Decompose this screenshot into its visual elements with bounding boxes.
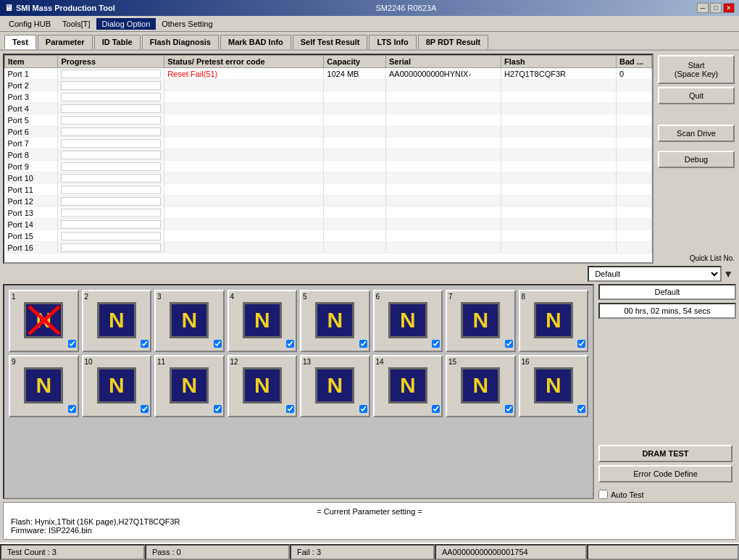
parameter-box: = Current Parameter setting = Flash: Hyn… bbox=[3, 502, 736, 540]
port-checkbox[interactable] bbox=[214, 340, 222, 349]
cell-item: Port 15 bbox=[5, 230, 58, 242]
cell-flash bbox=[501, 103, 617, 114]
port-card-4[interactable]: 4N bbox=[227, 290, 298, 352]
tab-mark-bad[interactable]: Mark BAD Info bbox=[220, 35, 291, 49]
port-checkbox[interactable] bbox=[432, 340, 440, 349]
menu-others[interactable]: Others Setting bbox=[156, 18, 218, 30]
port-card-12[interactable]: 12N bbox=[227, 355, 298, 417]
cell-flash bbox=[501, 172, 617, 184]
port-card-16[interactable]: 16N bbox=[519, 355, 589, 417]
cell-progress bbox=[58, 68, 164, 80]
port-card-14[interactable]: 14N bbox=[373, 355, 443, 417]
quit-button[interactable]: Quit bbox=[658, 87, 735, 104]
port-checkbox[interactable] bbox=[359, 405, 367, 414]
cell-bad bbox=[617, 138, 652, 149]
tab-id-table[interactable]: ID Table bbox=[94, 35, 141, 49]
cell-serial bbox=[385, 126, 501, 138]
tab-test[interactable]: Test bbox=[4, 35, 36, 49]
cell-serial bbox=[385, 219, 501, 230]
auto-test-label: Auto Test bbox=[611, 490, 644, 499]
debug-button[interactable]: Debug bbox=[658, 151, 735, 168]
cell-serial bbox=[385, 149, 501, 161]
cell-status bbox=[164, 219, 324, 230]
table-row: Port 15 bbox=[5, 230, 652, 242]
port-card-2[interactable]: 2N bbox=[82, 290, 152, 352]
auto-test-checkbox[interactable] bbox=[598, 490, 608, 499]
port-card-13[interactable]: 13N bbox=[300, 355, 370, 417]
cell-status bbox=[164, 138, 324, 149]
tab-flash-diagnosis[interactable]: Flash Diagnosis bbox=[142, 35, 219, 49]
menu-tools[interactable]: Tools[T] bbox=[57, 18, 96, 30]
profile-dropdown[interactable]: Default bbox=[588, 266, 722, 282]
port-checkbox[interactable] bbox=[577, 405, 585, 414]
port-checkbox[interactable] bbox=[505, 405, 513, 414]
port-card-5[interactable]: 5N bbox=[300, 290, 370, 352]
cell-status bbox=[164, 184, 324, 196]
cell-bad bbox=[617, 91, 652, 103]
port-checkbox[interactable] bbox=[286, 340, 294, 349]
cell-item: Port 1 bbox=[5, 68, 58, 80]
status-bar: Test Count : 3 Pass : 0 Fail : 3 AA00000… bbox=[0, 543, 739, 560]
cell-item: Port 2 bbox=[5, 80, 58, 91]
start-button[interactable]: Start(Space Key) bbox=[658, 55, 735, 84]
port-card-15[interactable]: 15N bbox=[446, 355, 516, 417]
cell-capacity bbox=[324, 114, 386, 126]
scan-drive-button[interactable]: Scan Drive bbox=[658, 125, 735, 142]
port-card-9[interactable]: 9N bbox=[9, 355, 79, 417]
port-icon: N bbox=[534, 302, 573, 338]
port-checkbox[interactable] bbox=[505, 340, 513, 349]
error-x-overlay bbox=[26, 304, 61, 336]
dram-test-button[interactable]: DRAM TEST bbox=[598, 445, 732, 462]
port-checkbox[interactable] bbox=[141, 405, 149, 414]
cell-bad bbox=[617, 126, 652, 138]
port-checkbox[interactable] bbox=[577, 340, 585, 349]
port-checkbox[interactable] bbox=[68, 340, 76, 349]
port-checkbox[interactable] bbox=[432, 405, 440, 414]
cell-status: Reset Fail(51) bbox=[164, 68, 324, 80]
tab-parameter[interactable]: Parameter bbox=[38, 35, 93, 49]
cell-status bbox=[164, 196, 324, 207]
port-card-10[interactable]: 10N bbox=[82, 355, 152, 417]
tab-lts-info[interactable]: LTS Info bbox=[369, 35, 416, 49]
cell-progress bbox=[58, 196, 164, 207]
port-card-11[interactable]: 11N bbox=[154, 355, 225, 417]
cell-progress bbox=[58, 172, 164, 184]
port-card-1[interactable]: 1N bbox=[9, 290, 79, 352]
port-checkbox[interactable] bbox=[286, 405, 294, 414]
port-card-8[interactable]: 8N bbox=[519, 290, 589, 352]
pass-count-display: Pass : 0 bbox=[145, 544, 290, 560]
port-checkbox[interactable] bbox=[214, 405, 222, 414]
cell-capacity bbox=[324, 91, 386, 103]
port-card-7[interactable]: 7N bbox=[446, 290, 516, 352]
port-card-3[interactable]: 3N bbox=[154, 290, 225, 352]
tab-self-test[interactable]: Self Test Result bbox=[293, 35, 368, 49]
close-button[interactable]: ✕ bbox=[723, 3, 735, 13]
error-code-button[interactable]: Error Code Define bbox=[598, 465, 732, 482]
tab-8p-rdt[interactable]: 8P RDT Result bbox=[418, 35, 489, 49]
port-number-label: 16 bbox=[522, 358, 530, 366]
cell-item: Port 7 bbox=[5, 138, 58, 149]
app-title: SMI Mass Production Tool bbox=[16, 4, 115, 12]
port-number-label: 13 bbox=[303, 358, 311, 366]
cell-progress bbox=[58, 161, 164, 172]
port-checkbox[interactable] bbox=[141, 340, 149, 349]
cell-progress bbox=[58, 126, 164, 138]
port-card-6[interactable]: 6N bbox=[373, 290, 443, 352]
cell-serial bbox=[385, 207, 501, 219]
port-checkbox[interactable] bbox=[359, 340, 367, 349]
port-table: Item Progress Status/ Pretest error code… bbox=[3, 54, 654, 264]
port-checkbox[interactable] bbox=[68, 405, 76, 414]
cell-serial bbox=[385, 242, 501, 254]
cell-bad bbox=[617, 114, 652, 126]
table-row: Port 9 bbox=[5, 161, 652, 172]
cell-capacity bbox=[324, 184, 386, 196]
port-icon: N bbox=[170, 302, 209, 338]
minimize-button[interactable]: ─ bbox=[697, 3, 709, 13]
param-firmware: Firmware: ISP2246.bin bbox=[11, 526, 728, 535]
cell-status bbox=[164, 91, 324, 103]
port-number-label: 5 bbox=[303, 293, 307, 301]
cell-flash bbox=[501, 207, 617, 219]
menu-config-hub[interactable]: Config HUB bbox=[3, 18, 57, 30]
maximize-button[interactable]: □ bbox=[710, 3, 722, 13]
menu-dialog-option[interactable]: Dialog Option bbox=[96, 18, 156, 30]
